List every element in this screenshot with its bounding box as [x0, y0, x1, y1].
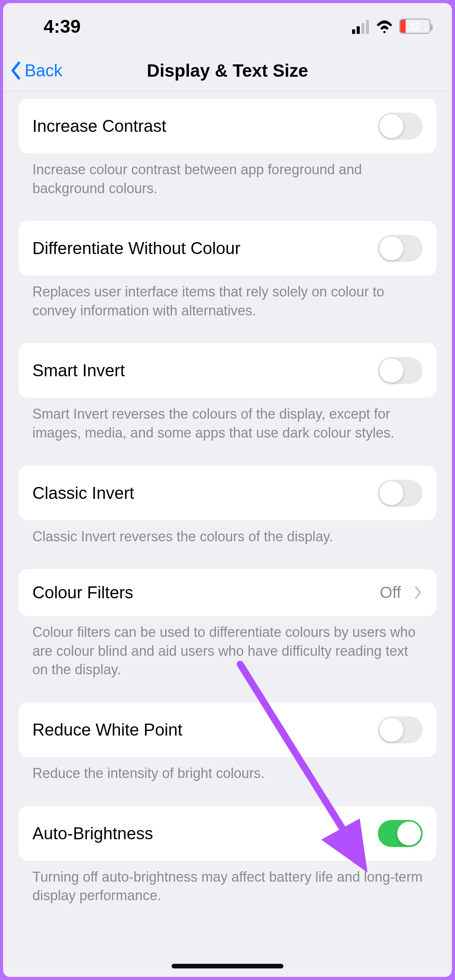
row-desc: Reduce the intensity of bright colours. — [19, 757, 436, 783]
status-time: 4:39 — [44, 16, 81, 37]
device-screen: 4:39 12 Back Display & Text Size — [3, 3, 452, 977]
toggle-diff-without-colour[interactable] — [378, 235, 423, 262]
group-diff-without-colour: Differentiate Without Colour Replaces us… — [19, 221, 436, 320]
status-bar: 4:39 12 — [3, 3, 452, 49]
row-label: Colour Filters — [32, 583, 133, 602]
toggle-auto-brightness[interactable] — [378, 820, 423, 847]
settings-list: Increase Contrast Increase colour contra… — [3, 99, 452, 936]
row-auto-brightness[interactable]: Auto-Brightness — [19, 806, 436, 861]
row-desc: Increase colour contrast between app for… — [19, 153, 436, 198]
row-desc: Replaces user interface items that rely … — [19, 276, 436, 320]
row-label: Smart Invert — [32, 361, 125, 380]
row-label: Differentiate Without Colour — [32, 239, 241, 258]
back-button[interactable]: Back — [9, 61, 62, 80]
home-indicator[interactable] — [172, 964, 283, 968]
battery-percent: 12 — [400, 21, 430, 32]
group-reduce-white-point: Reduce White Point Reduce the intensity … — [19, 702, 436, 783]
group-increase-contrast: Increase Contrast Increase colour contra… — [19, 99, 436, 198]
row-label: Increase Contrast — [32, 116, 166, 136]
row-increase-contrast[interactable]: Increase Contrast — [19, 99, 436, 153]
group-colour-filters: Colour Filters Off Colour filters can be… — [19, 569, 436, 679]
row-label: Reduce White Point — [32, 720, 182, 739]
row-desc: Smart Invert reverses the colours of the… — [19, 398, 436, 442]
row-reduce-white-point[interactable]: Reduce White Point — [19, 702, 436, 757]
row-colour-filters[interactable]: Colour Filters Off — [19, 569, 436, 616]
group-smart-invert: Smart Invert Smart Invert reverses the c… — [19, 343, 436, 442]
toggle-increase-contrast[interactable] — [378, 113, 423, 140]
nav-header: Back Display & Text Size — [3, 49, 452, 92]
row-label: Auto-Brightness — [32, 824, 153, 843]
row-desc: Colour filters can be used to differenti… — [19, 616, 436, 679]
chevron-left-icon — [9, 61, 22, 80]
page-title: Display & Text Size — [147, 60, 308, 81]
toggle-classic-invert[interactable] — [378, 480, 423, 507]
group-auto-brightness: Auto-Brightness Turning off auto-brightn… — [19, 806, 436, 905]
row-value: Off — [380, 583, 401, 602]
chevron-right-icon — [414, 585, 423, 600]
row-desc: Classic Invert reverses the colours of t… — [19, 520, 436, 546]
row-classic-invert[interactable]: Classic Invert — [19, 466, 436, 520]
row-label: Classic Invert — [32, 483, 134, 503]
row-diff-without-colour[interactable]: Differentiate Without Colour — [19, 221, 436, 276]
row-smart-invert[interactable]: Smart Invert — [19, 343, 436, 398]
toggle-reduce-white-point[interactable] — [378, 716, 423, 743]
back-label: Back — [25, 61, 62, 80]
battery-icon: 12 — [399, 19, 431, 34]
row-desc: Turning off auto-brightness may affect b… — [19, 861, 436, 905]
wifi-icon — [375, 19, 394, 34]
group-classic-invert: Classic Invert Classic Invert reverses t… — [19, 466, 436, 546]
cellular-signal-icon — [352, 19, 370, 34]
toggle-smart-invert[interactable] — [378, 357, 423, 384]
status-icons: 12 — [352, 19, 431, 34]
